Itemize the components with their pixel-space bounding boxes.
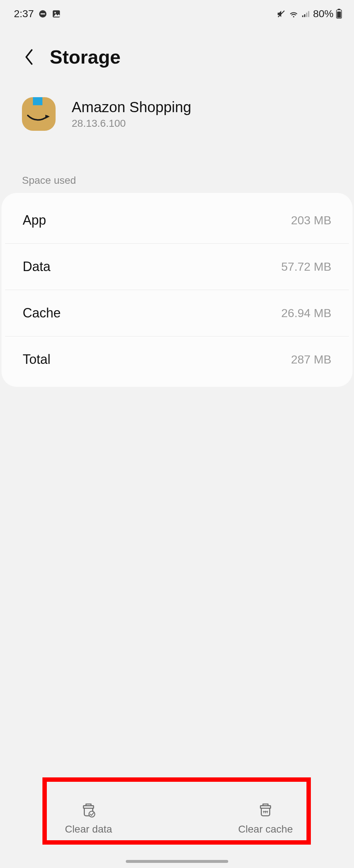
clear-data-icon — [80, 802, 97, 818]
app-version: 28.13.6.100 — [72, 118, 191, 129]
svg-rect-11 — [337, 12, 341, 18]
row-cache: Cache 26.94 MB — [5, 290, 349, 336]
page-title: Storage — [50, 46, 121, 68]
status-right: 80% — [276, 8, 342, 20]
row-label: Data — [23, 259, 50, 274]
app-name: Amazon Shopping — [72, 99, 191, 115]
status-bar: 2:37 80% — [0, 0, 354, 24]
clear-data-button[interactable]: Clear data — [0, 791, 177, 846]
row-value: 57.72 MB — [281, 260, 331, 274]
section-label: Space used — [0, 142, 354, 193]
back-button[interactable] — [22, 50, 37, 64]
row-value: 287 MB — [291, 353, 331, 366]
row-label: App — [23, 213, 46, 228]
svg-rect-14 — [260, 806, 271, 808]
page-header: Storage — [0, 24, 354, 75]
svg-rect-8 — [308, 11, 309, 17]
app-info-row: Amazon Shopping 28.13.6.100 — [0, 75, 354, 142]
storage-card: App 203 MB Data 57.72 MB Cache 26.94 MB … — [1, 193, 353, 387]
svg-point-3 — [54, 12, 56, 14]
app-meta: Amazon Shopping 28.13.6.100 — [72, 99, 191, 129]
image-icon — [52, 9, 61, 19]
app-icon — [22, 97, 56, 131]
clear-cache-label: Clear cache — [238, 823, 293, 835]
navigation-handle[interactable] — [126, 860, 228, 863]
battery-text: 80% — [313, 8, 334, 20]
signal-icon — [301, 10, 311, 18]
mute-icon — [276, 9, 286, 19]
row-label: Cache — [23, 305, 61, 321]
row-label: Total — [23, 352, 50, 367]
amazon-smile-icon — [27, 115, 50, 122]
svg-rect-1 — [41, 14, 45, 15]
clear-data-label: Clear data — [65, 823, 112, 835]
svg-rect-12 — [83, 806, 94, 808]
row-value: 203 MB — [291, 214, 331, 227]
battery-icon — [336, 9, 342, 19]
row-app: App 203 MB — [1, 193, 353, 243]
wifi-icon — [288, 9, 299, 18]
dnd-icon — [38, 9, 47, 18]
chevron-left-icon — [24, 49, 34, 65]
row-total: Total 287 MB — [5, 336, 349, 387]
row-value: 26.94 MB — [281, 307, 331, 320]
status-left: 2:37 — [14, 8, 61, 20]
clear-cache-button[interactable]: Clear cache — [177, 791, 354, 846]
svg-rect-5 — [302, 15, 303, 17]
status-time: 2:37 — [14, 8, 34, 20]
svg-rect-7 — [306, 13, 307, 17]
row-data: Data 57.72 MB — [5, 243, 349, 290]
clear-cache-icon — [257, 802, 274, 818]
svg-rect-6 — [304, 14, 305, 17]
bottom-action-bar: Clear data Clear cache — [0, 791, 354, 846]
